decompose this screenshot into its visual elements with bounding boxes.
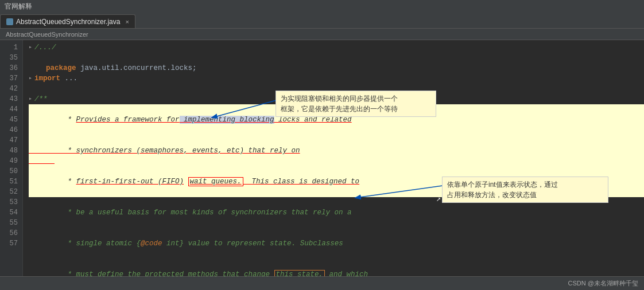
tab-file-icon (6, 18, 13, 25)
ln-45: 45 (2, 115, 18, 125)
code-line-35 (29, 53, 644, 63)
annotation-2: 依靠单个原子int值来表示状态，通过占用和释放方法，改变状态值 (442, 177, 608, 203)
code-text-43: /** (34, 94, 48, 104)
code-text-36: java.util.concurrent.locks; (76, 63, 197, 73)
code-text-49: * must define the protected methods that… (29, 259, 368, 276)
ln-50: 50 (2, 166, 18, 177)
annotation-2-text: 依靠单个原子int值来表示状态，通过占用和释放方法，改变状态值 (447, 181, 558, 199)
fold-icon-43[interactable]: ▸ (29, 94, 32, 104)
tab-bar: AbstractQueuedSynchronizer.java × (0, 13, 644, 29)
top-bar: 官网解释 (0, 0, 644, 13)
annotation-1: 为实现阻塞锁和相关的同步器提供一个框架，它是依赖于先进先出的一个等待 (276, 91, 436, 117)
ln-47: 47 (2, 135, 18, 146)
code-line-45: * synchronizers (semaphores, events, etc… (29, 135, 644, 166)
indent-36 (29, 63, 46, 73)
code-line-1: ▸ /.../ (29, 42, 644, 53)
keyword-package: package (46, 63, 76, 73)
ln-49: 49 (2, 156, 18, 166)
ln-35: 35 (2, 53, 18, 63)
code-content: ▸ /.../ package java.util.concurrent.loc… (23, 40, 644, 276)
breadcrumb: AbstractQueuedSynchronizer (6, 31, 88, 38)
tab-label: AbstractQueuedSynchronizer.java (16, 18, 120, 26)
file-tab[interactable]: AbstractQueuedSynchronizer.java × (0, 14, 135, 28)
code-line-48: * single atomic {@code int} value to rep… (29, 228, 644, 259)
ln-52: 52 (2, 187, 18, 197)
ln-53: 53 (2, 197, 18, 207)
code-text-1: /.../ (34, 42, 60, 53)
code-line-49: * must define the protected methods that… (29, 259, 644, 276)
fold-icon-1[interactable]: ▸ (29, 42, 32, 53)
ln-42: 42 (2, 84, 18, 94)
code-text-48: * single atomic {@code int} value to rep… (29, 228, 343, 259)
ln-54: 54 (2, 207, 18, 218)
code-line-36: package java.util.concurrent.locks; (29, 63, 644, 73)
breadcrumb-bar: AbstractQueuedSynchronizer (0, 29, 644, 40)
top-bar-title: 官网解释 (5, 2, 32, 11)
bottom-bar: CSDN @未名湖畔种千玺 (0, 276, 644, 290)
code-text-37: ... (60, 73, 77, 84)
code-text-46: * first-in-first-out (FIFO) wait queues.… (29, 166, 359, 197)
code-line-37: ▸ import ... (29, 73, 644, 84)
ln-36: 36 (2, 63, 18, 73)
ln-51: 51 (2, 177, 18, 187)
ln-1: 1 (2, 42, 18, 53)
credit-text: CSDN @未名湖畔种千玺 (568, 279, 638, 288)
ln-44: 44 (2, 104, 18, 115)
ln-48: 48 (2, 146, 18, 156)
annotation-1-text: 为实现阻塞锁和相关的同步器提供一个框架，它是依赖于先进先出的一个等待 (281, 95, 398, 113)
ln-37: 37 (2, 73, 18, 84)
keyword-import: import (34, 73, 60, 84)
tab-close-button[interactable]: × (125, 18, 129, 25)
ln-56: 56 (2, 228, 18, 238)
ln-57: 57 (2, 238, 18, 249)
line-numbers: 1 35 36 37 42 43 44 45 46 47 48 49 50 51… (0, 40, 23, 276)
editor-area: 1 35 36 37 42 43 44 45 46 47 48 49 50 51… (0, 40, 644, 276)
fold-icon-37[interactable]: ▸ (29, 73, 32, 84)
code-text-47: * be a useful basis for most kinds of sy… (29, 197, 352, 228)
ln-46: 46 (2, 125, 18, 135)
code-text-45: * synchronizers (semaphores, events, etc… (29, 135, 300, 166)
ln-55: 55 (2, 218, 18, 228)
ln-43: 43 (2, 94, 18, 104)
